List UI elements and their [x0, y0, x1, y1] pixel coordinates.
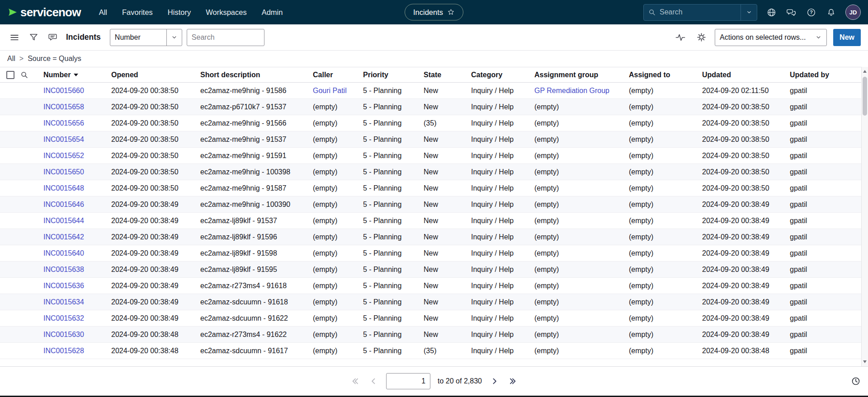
- incidents-pill[interactable]: Incidents: [405, 4, 463, 21]
- nav-item-admin[interactable]: Admin: [262, 8, 283, 17]
- column-header-updated-by[interactable]: Updated by: [786, 67, 861, 83]
- chat-icon[interactable]: [786, 7, 797, 18]
- menu-icon[interactable]: [7, 30, 22, 45]
- column-header-assigned-to[interactable]: Assigned to: [625, 67, 698, 83]
- assignment-group-link[interactable]: GP Remediation Group: [534, 87, 609, 94]
- short-description-cell: ec2amaz-lj89klf - 91595: [197, 262, 309, 278]
- prev-page-button[interactable]: [368, 376, 379, 387]
- caller-cell: (empty): [309, 229, 359, 245]
- breadcrumb-all[interactable]: All: [7, 55, 15, 63]
- state-cell: New: [420, 83, 467, 99]
- assigned-to-cell: (empty): [625, 213, 698, 229]
- incident-number-link[interactable]: INC0015658: [43, 103, 84, 111]
- comments-icon[interactable]: [45, 30, 60, 45]
- column-header-caller[interactable]: Caller: [309, 67, 359, 83]
- column-header-short-description[interactable]: Short description: [197, 67, 309, 83]
- category-cell: Inquiry / Help: [467, 180, 531, 196]
- avatar[interactable]: JD: [845, 5, 861, 20]
- last-page-button[interactable]: [507, 376, 518, 387]
- first-page-button[interactable]: [350, 376, 361, 387]
- last-page-icon: [508, 377, 517, 386]
- updated-cell: 2024-09-20 00:38:49: [698, 327, 786, 343]
- caller-cell: (empty): [309, 180, 359, 196]
- incident-number-link[interactable]: INC0015636: [43, 282, 84, 290]
- refresh-timer-icon[interactable]: [851, 376, 861, 386]
- nav-item-history[interactable]: History: [168, 8, 191, 17]
- table-scrollbar[interactable]: [861, 67, 868, 366]
- updated-by-cell: gpatil: [786, 294, 861, 310]
- priority-cell: 5 - Planning: [359, 83, 420, 99]
- incident-number-link[interactable]: INC0015660: [43, 87, 84, 94]
- nav-item-all[interactable]: All: [99, 8, 107, 17]
- updated-by-cell: gpatil: [786, 99, 861, 115]
- global-search[interactable]: [643, 4, 757, 21]
- caller-cell: (empty): [309, 164, 359, 180]
- incident-number-link[interactable]: INC0015656: [43, 119, 84, 127]
- chevron-down-icon[interactable]: [741, 5, 757, 20]
- page-number-input[interactable]: [386, 373, 430, 389]
- incident-number-link[interactable]: INC0015640: [43, 249, 84, 257]
- servicenow-logo[interactable]: servicenow: [7, 5, 81, 19]
- global-search-input[interactable]: [660, 8, 741, 16]
- category-cell: Inquiry / Help: [467, 245, 531, 262]
- help-icon[interactable]: ?: [806, 7, 817, 18]
- incident-number-link[interactable]: INC0015630: [43, 331, 84, 338]
- gear-icon[interactable]: [694, 30, 708, 45]
- column-header-assignment-group[interactable]: Assignment group: [531, 67, 625, 83]
- star-icon[interactable]: [447, 9, 455, 16]
- updated-by-cell: gpatil: [786, 229, 861, 245]
- breadcrumb-separator: >: [19, 55, 24, 63]
- assigned-to-cell: (empty): [625, 278, 698, 294]
- priority-cell: 5 - Planning: [359, 343, 420, 359]
- breadcrumb-filter[interactable]: Source = Qualys: [28, 55, 81, 63]
- state-cell: New: [420, 99, 467, 115]
- new-button[interactable]: New: [833, 29, 861, 46]
- column-search-icon[interactable]: [20, 71, 28, 79]
- column-header-state[interactable]: State: [420, 67, 467, 83]
- incident-number-link[interactable]: INC0015644: [43, 217, 84, 224]
- scroll-up-icon[interactable]: [862, 68, 868, 75]
- header-select-cell: [0, 67, 40, 83]
- column-header-number[interactable]: Number: [40, 67, 108, 83]
- incident-number-link[interactable]: INC0015648: [43, 184, 84, 192]
- list-search-input[interactable]: [187, 29, 264, 46]
- incident-number-link[interactable]: INC0015632: [43, 314, 84, 322]
- search-field-select[interactable]: Number: [110, 29, 182, 46]
- incident-number-link[interactable]: INC0015650: [43, 168, 84, 176]
- search-field-value: Number: [110, 33, 166, 42]
- incident-number-link[interactable]: INC0015642: [43, 233, 84, 241]
- updated-cell: 2024-09-20 00:38:49: [698, 262, 786, 278]
- bell-icon[interactable]: [826, 7, 837, 18]
- filter-icon[interactable]: [26, 30, 41, 45]
- priority-cell: 5 - Planning: [359, 278, 420, 294]
- opened-cell: 2024-09-20 00:38:50: [108, 115, 197, 131]
- incident-number-link[interactable]: INC0015634: [43, 298, 84, 306]
- column-header-opened[interactable]: Opened: [108, 67, 197, 83]
- incident-number-link[interactable]: INC0015646: [43, 201, 84, 208]
- scroll-down-icon[interactable]: [862, 358, 868, 365]
- select-all-checkbox[interactable]: [6, 71, 14, 79]
- caller-link[interactable]: Gouri Patil: [313, 87, 347, 94]
- scrollbar-thumb[interactable]: [863, 77, 867, 116]
- state-cell: New: [420, 294, 467, 310]
- pagination-range: to 20 of 2,830: [438, 377, 482, 385]
- row-select-cell: [0, 213, 40, 229]
- column-header-priority[interactable]: Priority: [359, 67, 420, 83]
- column-header-updated[interactable]: Updated: [698, 67, 786, 83]
- activity-stream-icon[interactable]: [673, 30, 688, 45]
- priority-cell: 5 - Planning: [359, 99, 420, 115]
- incident-number-link[interactable]: INC0015654: [43, 135, 84, 143]
- actions-select[interactable]: Actions on selected rows...: [715, 29, 827, 46]
- column-header-category[interactable]: Category: [467, 67, 531, 83]
- assigned-to-cell: (empty): [625, 131, 698, 148]
- next-page-button[interactable]: [489, 376, 500, 387]
- number-cell: INC0015634: [40, 294, 108, 310]
- globe-icon[interactable]: [766, 7, 777, 18]
- nav-item-workspaces[interactable]: Workspaces: [206, 8, 246, 17]
- incident-number-link[interactable]: INC0015628: [43, 347, 84, 355]
- assigned-to-cell: (empty): [625, 310, 698, 327]
- incident-number-link[interactable]: INC0015638: [43, 266, 84, 273]
- number-cell: INC0015630: [40, 327, 108, 343]
- nav-item-favorites[interactable]: Favorites: [122, 8, 153, 17]
- incident-number-link[interactable]: INC0015652: [43, 152, 84, 159]
